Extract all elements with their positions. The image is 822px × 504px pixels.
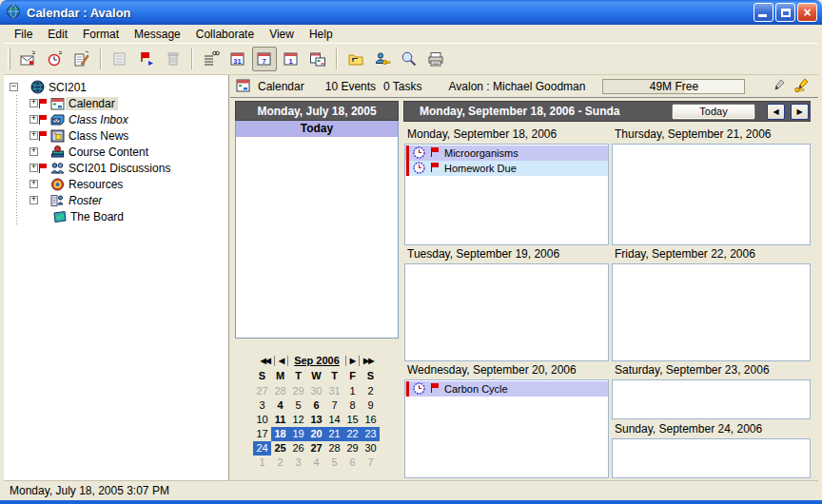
new-message-button[interactable] bbox=[16, 47, 41, 71]
menu-help[interactable]: Help bbox=[303, 26, 340, 43]
next-week-button[interactable]: ▶ bbox=[791, 104, 809, 120]
tree-root-sci201[interactable]: − SCI201 bbox=[4, 79, 228, 95]
menu-view[interactable]: View bbox=[263, 26, 301, 43]
minical-day[interactable]: 28 bbox=[325, 441, 343, 456]
minical-day[interactable]: 17 bbox=[253, 427, 271, 441]
minical-day[interactable]: 9 bbox=[362, 398, 380, 413]
today-button[interactable]: Today bbox=[672, 104, 755, 120]
next-year-button[interactable]: ▶▶ bbox=[360, 357, 377, 365]
minical-day[interactable]: 5 bbox=[325, 456, 343, 470]
minical-day[interactable]: 29 bbox=[343, 441, 362, 456]
close-button[interactable]: × bbox=[797, 3, 817, 22]
menu-edit[interactable]: Edit bbox=[41, 26, 74, 43]
collapse-toggle[interactable]: − bbox=[10, 83, 18, 91]
sidebar-item-course-content[interactable]: +Course Content bbox=[4, 144, 228, 160]
search-button[interactable] bbox=[397, 47, 421, 71]
day-cell-tuesday[interactable] bbox=[404, 263, 609, 361]
prev-month-button[interactable]: ◀ bbox=[275, 357, 287, 365]
minical-day[interactable]: 1 bbox=[253, 456, 271, 470]
expand-toggle[interactable]: + bbox=[29, 147, 38, 156]
maximize-button[interactable] bbox=[775, 3, 795, 22]
new-task-button[interactable] bbox=[69, 47, 94, 71]
minical-day[interactable]: 11 bbox=[271, 413, 289, 427]
minical-day[interactable]: 30 bbox=[307, 384, 325, 398]
minical-day[interactable]: 3 bbox=[253, 398, 271, 413]
list-view-button[interactable] bbox=[199, 47, 224, 71]
menu-file[interactable]: File bbox=[8, 26, 39, 43]
minical-day[interactable]: 22 bbox=[343, 427, 362, 441]
minimize-button[interactable] bbox=[754, 3, 773, 22]
minical-day[interactable]: 27 bbox=[307, 441, 325, 456]
expand-toggle[interactable]: + bbox=[29, 164, 38, 172]
minical-day[interactable]: 2 bbox=[271, 456, 289, 470]
minical-day[interactable]: 13 bbox=[307, 413, 325, 427]
menu-format[interactable]: Format bbox=[76, 26, 126, 43]
event-microorganisms[interactable]: Microorganisms bbox=[405, 145, 608, 161]
month-view-button[interactable]: 31 bbox=[225, 47, 250, 71]
prev-year-button[interactable]: ◀◀ bbox=[257, 357, 274, 365]
minical-day[interactable]: 30 bbox=[362, 441, 380, 456]
day-cell-friday[interactable] bbox=[612, 263, 811, 361]
sidebar-item-resources[interactable]: +Resources bbox=[4, 176, 228, 192]
minical-day[interactable]: 1 bbox=[343, 384, 362, 398]
minical-day[interactable]: 7 bbox=[325, 398, 343, 413]
minical-day[interactable]: 15 bbox=[343, 413, 362, 427]
expand-toggle[interactable]: + bbox=[29, 180, 38, 188]
permissions-button[interactable] bbox=[370, 47, 395, 71]
sidebar-item-class-inbox[interactable]: +Class Inbox bbox=[4, 111, 228, 127]
minical-day[interactable]: 24 bbox=[253, 441, 271, 456]
minical-day[interactable]: 4 bbox=[307, 456, 325, 470]
minical-day[interactable]: 21 bbox=[325, 427, 343, 441]
new-alarm-button[interactable] bbox=[43, 47, 68, 71]
minical-day[interactable]: 23 bbox=[362, 427, 380, 441]
day-cell-sunday[interactable] bbox=[612, 438, 811, 478]
minical-day[interactable]: 25 bbox=[271, 441, 289, 456]
sidebar-item-roster[interactable]: +Roster bbox=[4, 192, 228, 208]
minical-day[interactable]: 10 bbox=[253, 413, 271, 427]
minical-day[interactable]: 31 bbox=[325, 384, 343, 398]
minical-day[interactable]: 6 bbox=[307, 398, 325, 413]
day-panel-today-bar[interactable]: Today bbox=[235, 121, 399, 137]
minical-day[interactable]: 7 bbox=[362, 456, 380, 470]
expand-toggle[interactable]: + bbox=[29, 115, 38, 124]
expand-toggle[interactable]: + bbox=[29, 196, 38, 204]
expand-toggle[interactable]: + bbox=[29, 99, 38, 107]
minical-day[interactable]: 20 bbox=[307, 427, 325, 441]
minical-day[interactable]: 6 bbox=[343, 456, 362, 470]
week-view-button[interactable]: 7 bbox=[252, 47, 277, 71]
minical-day[interactable]: 28 bbox=[271, 384, 289, 398]
minical-day[interactable]: 14 bbox=[325, 413, 343, 427]
expand-toggle[interactable]: + bbox=[29, 131, 38, 140]
menu-collaborate[interactable]: Collaborate bbox=[189, 26, 261, 43]
minical-day[interactable]: 18 bbox=[271, 427, 289, 441]
minical-day[interactable]: 5 bbox=[289, 398, 307, 413]
minical-day[interactable]: 19 bbox=[289, 427, 307, 441]
sidebar-item-the-board[interactable]: The Board bbox=[4, 208, 228, 224]
sidebar-item-calendar[interactable]: +Calendar bbox=[4, 95, 228, 111]
day-panel-body[interactable] bbox=[235, 137, 399, 339]
sidebar-item-sci201-discussions[interactable]: +SCI201 Discussions bbox=[4, 160, 228, 176]
minical-day[interactable]: 27 bbox=[253, 384, 271, 398]
minical-day[interactable]: 26 bbox=[289, 441, 307, 456]
minical-day[interactable]: 16 bbox=[362, 413, 380, 427]
day-cell-thursday[interactable] bbox=[612, 144, 811, 245]
minical-day[interactable]: 29 bbox=[289, 384, 307, 398]
event-homework-due[interactable]: Homework Due bbox=[405, 161, 608, 176]
sidebar-item-class-news[interactable]: +Class News bbox=[4, 127, 228, 144]
print-button[interactable] bbox=[423, 47, 448, 71]
minical-day[interactable]: 4 bbox=[271, 398, 289, 413]
flag-button[interactable] bbox=[134, 47, 159, 71]
month-label-link[interactable]: Sep 2006 bbox=[288, 355, 345, 366]
day-cell-saturday[interactable] bbox=[612, 379, 811, 419]
day-view-button[interactable]: 1 bbox=[279, 47, 303, 71]
menu-message[interactable]: Message bbox=[127, 26, 187, 43]
toolbar-gripper[interactable] bbox=[8, 48, 10, 69]
previous-week-button[interactable]: ◀ bbox=[767, 104, 785, 120]
minical-day[interactable]: 3 bbox=[289, 456, 307, 470]
minical-day[interactable]: 2 bbox=[362, 384, 380, 398]
minical-day[interactable]: 8 bbox=[343, 398, 362, 413]
day-cell-wednesday[interactable]: Carbon Cycle bbox=[404, 379, 609, 478]
day-cell-monday[interactable]: MicroorganismsHomework Due bbox=[404, 144, 609, 245]
event-carbon-cycle[interactable]: Carbon Cycle bbox=[405, 381, 608, 397]
multi-week-view-button[interactable] bbox=[305, 47, 330, 71]
